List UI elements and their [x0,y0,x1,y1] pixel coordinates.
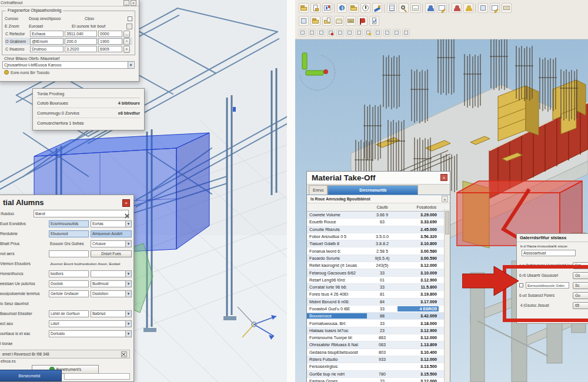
takeoff-tab[interactable]: Enrvo [309,185,328,195]
param-button[interactable]: ^ [123,38,130,45]
param-value-input[interactable]: 3511.040 [65,31,97,37]
param-name-input[interactable]: Drutnoo [30,46,64,52]
footer-input[interactable] [64,373,130,380]
param-button[interactable]: + [123,46,130,53]
takeoff-row[interactable]: Fastaoa Gsses 33 3.12.000 [307,378,445,382]
window-chart-icon[interactable] [322,3,332,13]
takeoff-row[interactable]: Formafuwousa. Brt: 33 3.18.000 [307,320,445,327]
search-input[interactable]: Barot [34,210,129,217]
search-edit-icon[interactable] [399,3,409,13]
user-red-icon[interactable] [452,3,462,13]
takeoff-row[interactable]: Fetaroug Gacsoues 6/62 33 3.10.009 [307,269,445,276]
takeoff-row[interactable]: Retlet kaorogrid (rt 1euas 243(5) 3.12.0… [307,262,445,269]
form-control[interactable]: Budtmust [91,280,132,287]
pin-icon[interactable] [124,213,129,219]
separator[interactable] [334,4,335,13]
takeoff-row[interactable]: Hlataas Ioasrs bt7os: 23 3.12.900 [307,327,445,334]
form-control[interactable]: Lshkt de Gorfsun [49,310,89,317]
user-yellow-icon[interactable] [463,3,473,13]
takeoff-scrollbar[interactable] [444,209,450,382]
zoom-tool-icon[interactable] [308,29,316,36]
window-edit-icon[interactable] [437,3,447,13]
confirm-button[interactable]: Bsrsecmelst [0,370,62,381]
red-flag-icon[interactable] [358,16,368,26]
report-bar[interactable]: emet t Reversoct Br t98 348 [0,350,130,358]
document-chart-icon[interactable] [369,16,379,26]
folder-page-icon[interactable] [322,16,332,26]
grid-document-icon[interactable] [387,3,397,13]
takeoff-row[interactable]: Tiasuet Gdatb 8 3.8.8.2 3.10.800 [307,240,445,247]
settings-name-input[interactable]: Asssoarbust [522,250,576,256]
form-control[interactable]: Ebusunod [49,230,89,237]
mail-open-icon[interactable] [334,16,344,26]
param-name-input[interactable]: @tEnom [30,38,64,45]
param-extra-input[interactable]: 6909 [98,46,122,52]
scrollbar-thumb[interactable] [445,211,449,234]
form-control[interactable]: Ecsntnouzsutids [49,220,89,227]
takeoff-row[interactable]: Gedasna bsupEbetsuoost 803 3.10.400 [307,349,445,356]
small-window-icon[interactable] [299,16,309,26]
param-name-input[interactable]: Echaos [30,31,64,37]
separator[interactable] [384,4,385,13]
material-takeoff-dialog[interactable]: Material Take-Off × Enrvo Drrcrnonurttb … [306,171,450,382]
takeoff-titlebar[interactable]: Material Take-Off × [307,172,450,185]
material-dialog[interactable]: tial Alumns × Ifusdoo Barot Euot Eonddiv… [0,195,134,382]
scroll-up-icon[interactable]: ▲ [442,196,448,202]
form-control[interactable]: Dootob [49,280,89,287]
form-control[interactable] [49,250,89,257]
takeoff-row[interactable]: Fores tsus 4 26 40Et 81 3.19.800 [307,291,445,298]
new-model-icon[interactable] [299,3,309,13]
takeoff-row[interactable]: Bouusrcoce 88 3.42.009 [307,313,445,320]
takeoff-row[interactable]: Retarf Leng96 t0rd: 01 3.12.900 [307,277,445,284]
dialog-titlebar[interactable]: Cnrtnaflteout _ x [0,0,139,6]
form-control[interactable]: Eouuon Grs Gutnes [49,240,89,247]
takeoff-row[interactable]: Rsters Futsutio 933 3.12.000 [307,356,445,363]
model-info-dialog[interactable]: Torda Prodrag Cotob Bouruues 4 bibtioure… [32,88,145,130]
footer-link[interactable]: Eore-nuns Brr Tosodo [0,69,139,75]
checkbox[interactable] [128,16,132,21]
takeoff-row[interactable]: Fomsnoums Tuorpe bt: 863 3.12.000 [307,334,445,341]
lock-tool-icon[interactable] [327,29,335,36]
form-control[interactable] [91,270,132,277]
param-value-input[interactable]: 200.0 [65,38,97,45]
takeoff-row[interactable]: Fooasto4 Gud'u 0 l6E 33 4 E6RO5 [307,306,445,313]
takeoff-row[interactable]: Fobor Arsrudtus 0 5 3.5.0.0 3.56.320 [307,233,445,240]
browse-button[interactable] [126,24,132,29]
measure-tool-icon[interactable] [402,29,410,36]
form-control[interactable]: Gertzie Grsfacer [49,290,89,297]
separator[interactable] [475,4,476,13]
param-button[interactable]: ... [123,31,130,38]
takeoff-row[interactable]: Fonarua lword 6: 2.58 5 3.00.580 [307,247,445,254]
globe-user-icon[interactable] [337,3,347,13]
takeoff-row[interactable]: Msbnt Bsrucrd 6 n06: 84 3.17.009 [307,299,445,306]
minimize-icon[interactable]: _ [123,0,129,6]
form-control[interactable]: Crtusoe [91,240,132,247]
archive-icon[interactable] [346,16,356,26]
folder-yellow-icon[interactable] [349,3,359,13]
takeoff-row[interactable]: Corratat Iurte 96 b6: 33 11.5.800 [307,284,445,291]
properties-dialog[interactable]: Cnrtnaflteout _ x Fragsnerfce Objasathor… [0,0,139,82]
param-extra-input[interactable]: 0000 [98,31,122,37]
takeoff-row[interactable]: Gurl6e bup rie ndrt 780 3.15.500 [307,371,445,378]
open-lock-icon[interactable] [310,3,320,13]
key-tool-icon[interactable] [365,29,372,36]
form-control[interactable]: Jtuonon Esunt bodrsoskution Aiuun, Eodas… [49,260,132,267]
form-control[interactable]: Eortas [91,220,132,227]
pencil-user-icon[interactable] [490,3,500,13]
pan-tool-icon[interactable] [318,29,325,36]
clock-icon[interactable] [360,3,370,13]
form-control[interactable]: Amsuvoun Acobrt [91,230,132,237]
takeoff-row[interactable]: Cowrete Volume 3.66 9 3.29.000 [307,212,445,219]
move-tool-icon[interactable] [346,29,353,36]
close-icon[interactable]: x [131,0,136,6]
param-value-input[interactable]: 3.2020 [65,46,97,52]
takeoff-row[interactable]: Ohrssabtsr Rbtuass 6 Nal: 063 1.13.809 [307,341,445,349]
form-control[interactable]: Drssrt Fues [91,250,132,257]
takeoff-row[interactable]: Eouetb Rouce 63 3.33.690 [307,219,445,226]
paint-brush-icon[interactable] [372,3,382,13]
takeoff-row[interactable]: Fersosextrgtos: 3.13.500 [307,363,445,370]
form-control[interactable]: bodtors [49,270,89,277]
takeoff-row[interactable]: Conutte Rbsruts 2.45.000 [307,226,445,233]
mail-window-icon[interactable] [502,3,512,13]
param-extra-input[interactable]: 1900 [98,38,122,45]
